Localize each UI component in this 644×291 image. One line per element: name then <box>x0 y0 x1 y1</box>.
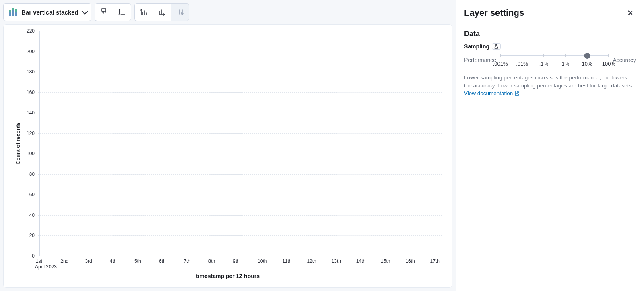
legend-list-icon <box>118 8 126 16</box>
svg-rect-3 <box>12 8 14 10</box>
x-tick: 12th <box>307 256 331 264</box>
y-tick: 80 <box>29 171 35 177</box>
layer-settings-panel: Layer settings Data Sampling Performance… <box>456 0 644 291</box>
beta-badge <box>492 43 501 50</box>
x-tick: 5th <box>134 256 159 264</box>
slider-handle[interactable] <box>584 53 590 59</box>
slider-left-label: Performance <box>464 57 496 63</box>
brush-button[interactable] <box>95 3 113 21</box>
chevron-down-icon <box>82 9 86 16</box>
x-tick: 8th <box>208 256 233 264</box>
x-tick: 13th <box>332 256 356 264</box>
close-button[interactable] <box>625 7 636 19</box>
slider-stop-label: .1% <box>539 61 548 67</box>
sampling-slider[interactable] <box>500 52 609 59</box>
view-documentation-link[interactable]: View documentation <box>464 89 519 98</box>
x-tick: 1st <box>36 256 60 264</box>
chart-toolbar: Bar vertical stacked <box>3 3 452 24</box>
chart-panel: Count of records 02040608010012014016018… <box>3 24 452 288</box>
y-tick: 160 <box>27 89 35 95</box>
svg-rect-0 <box>9 12 11 16</box>
x-tick: 9th <box>233 256 258 264</box>
x-tick: 16th <box>405 256 430 264</box>
x-tick: 17th <box>430 256 443 264</box>
axis-group <box>134 3 189 21</box>
y-tick: 220 <box>27 28 35 34</box>
slider-stop-label: 100% <box>602 61 615 67</box>
x-tick: 4th <box>110 256 134 264</box>
legend-button[interactable] <box>113 3 131 21</box>
x-tick: 14th <box>356 256 381 264</box>
slider-right-label: Accuracy <box>613 57 636 63</box>
svg-rect-1 <box>9 10 11 12</box>
settings-axis-button[interactable] <box>171 3 189 21</box>
svg-rect-6 <box>102 9 106 11</box>
y-tick: 120 <box>27 131 35 136</box>
slider-stop-label: .001% <box>493 61 508 67</box>
bottom-axis-button[interactable] <box>153 3 171 21</box>
settings-axis-icon <box>176 8 184 16</box>
y-axis-ticks: 020406080100120140160180200220 <box>23 31 38 256</box>
y-axis-title: Count of records <box>13 31 23 256</box>
sampling-help-text: Lower sampling percentages increases the… <box>464 74 636 98</box>
svg-point-7 <box>119 9 120 10</box>
x-axis-ticks: 1st2nd3rd4th5th6th7th8th9th10th11th12th1… <box>34 256 442 264</box>
y-tick: 140 <box>27 110 35 116</box>
section-data-heading: Data <box>464 30 636 38</box>
chart-type-selector[interactable]: Bar vertical stacked <box>3 3 91 21</box>
x-tick: 7th <box>184 256 208 264</box>
chart-type-label: Bar vertical stacked <box>21 9 78 16</box>
x-tick: 10th <box>258 256 282 264</box>
slider-stop-label: 10% <box>582 61 592 67</box>
x-tick: 11th <box>282 256 307 264</box>
svg-rect-2 <box>12 10 14 16</box>
y-tick: 20 <box>29 233 35 238</box>
y-tick: 60 <box>29 192 35 197</box>
plot-area <box>38 31 442 256</box>
svg-point-9 <box>119 13 120 15</box>
brush-icon <box>100 8 108 16</box>
stacked-bar-icon <box>8 8 18 16</box>
flask-icon <box>494 44 499 49</box>
x-axis-title: timestamp per 12 hours <box>13 273 442 279</box>
y-tick: 100 <box>27 151 35 156</box>
left-axis-button[interactable] <box>134 3 153 21</box>
svg-point-8 <box>119 11 120 12</box>
svg-rect-5 <box>15 9 17 12</box>
sampling-label: Sampling <box>464 43 489 50</box>
x-tick: 15th <box>381 256 405 264</box>
y-tick: 0 <box>32 253 35 259</box>
bottom-axis-icon <box>158 8 166 16</box>
close-icon <box>627 10 634 16</box>
y-tick: 180 <box>27 69 35 75</box>
y-tick: 200 <box>27 49 35 54</box>
brush-legend-group <box>95 3 131 21</box>
slider-stop-label: 1% <box>561 61 569 67</box>
slider-stop-label: .01% <box>516 61 528 67</box>
x-axis-secondary: April 2023 <box>34 264 442 270</box>
x-tick: 3rd <box>85 256 109 264</box>
left-axis-icon <box>140 8 148 16</box>
x-tick: 2nd <box>60 256 85 264</box>
x-tick: 6th <box>159 256 184 264</box>
panel-title: Layer settings <box>464 8 524 18</box>
external-link-icon <box>514 91 519 96</box>
svg-rect-4 <box>15 12 17 16</box>
y-tick: 40 <box>29 212 35 218</box>
